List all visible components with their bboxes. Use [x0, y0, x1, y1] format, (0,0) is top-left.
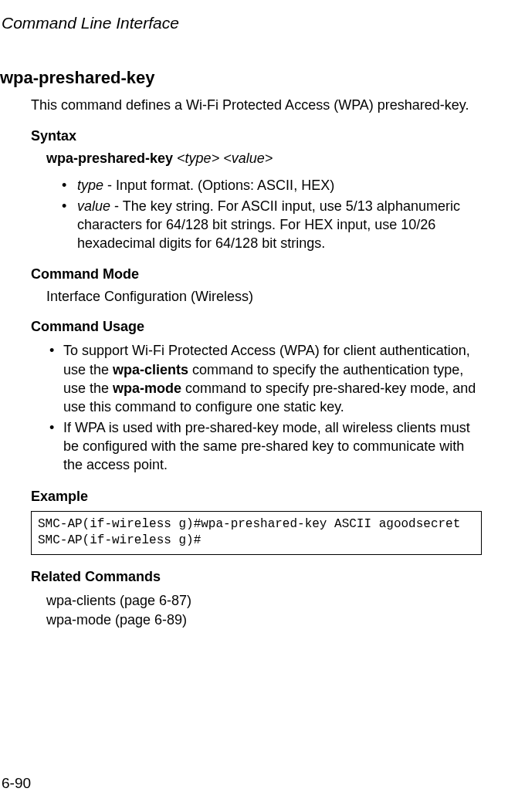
bullet-icon: • [49, 341, 54, 360]
command-description: This command defines a Wi-Fi Protected A… [31, 96, 482, 114]
param-desc: - Input format. (Options: ASCII, HEX) [103, 178, 334, 193]
command-body: This command defines a Wi-Fi Protected A… [31, 96, 482, 505]
syntax-heading: Syntax [31, 128, 482, 144]
usage-item: • To support Wi-Fi Protected Access (WPA… [49, 341, 482, 416]
bullet-icon: • [62, 197, 66, 215]
page-number: 6-90 [2, 775, 31, 792]
page: Command Line Interface wpa-preshared-key… [0, 0, 508, 812]
running-header: Command Line Interface [2, 14, 482, 32]
usage-keyword: wpa-clients [113, 362, 188, 377]
bullet-icon: • [62, 176, 66, 195]
mode-text: Interface Configuration (Wireless) [46, 289, 482, 305]
param-list: • type - Input format. (Options: ASCII, … [62, 176, 482, 252]
param-name: type [77, 178, 103, 193]
related-item: wpa-clients (page 6-87) [46, 591, 482, 611]
usage-heading: Command Usage [31, 319, 482, 335]
param-item: • type - Input format. (Options: ASCII, … [62, 176, 482, 195]
related-item: wpa-mode (page 6-89) [46, 611, 482, 630]
command-title: wpa-preshared-key [0, 68, 482, 88]
param-name: value [77, 198, 110, 214]
syntax-line: wpa-preshared-key <type> <value> [46, 151, 482, 167]
related-heading: Related Commands [31, 569, 482, 585]
related-list: wpa-clients (page 6-87) wpa-mode (page 6… [46, 591, 482, 630]
usage-text-pre: If WPA is used with pre-shared-key mode,… [63, 420, 470, 473]
usage-list: • To support Wi-Fi Protected Access (WPA… [49, 341, 482, 474]
usage-keyword: wpa-mode [113, 381, 181, 396]
param-desc: - The key string. For ASCII input, use 5… [77, 198, 460, 252]
usage-item: • If WPA is used with pre-shared-key mod… [49, 418, 482, 475]
param-item: • value - The key string. For ASCII inpu… [62, 197, 482, 253]
bullet-icon: • [49, 418, 54, 437]
example-heading: Example [31, 489, 482, 505]
related-block: Related Commands wpa-clients (page 6-87)… [31, 569, 482, 630]
syntax-args: <type> <value> [177, 151, 273, 166]
syntax-keyword: wpa-preshared-key [46, 151, 173, 166]
mode-heading: Command Mode [31, 266, 482, 283]
example-code-block: SMC-AP(if-wireless g)#wpa-preshared-key … [31, 511, 482, 555]
